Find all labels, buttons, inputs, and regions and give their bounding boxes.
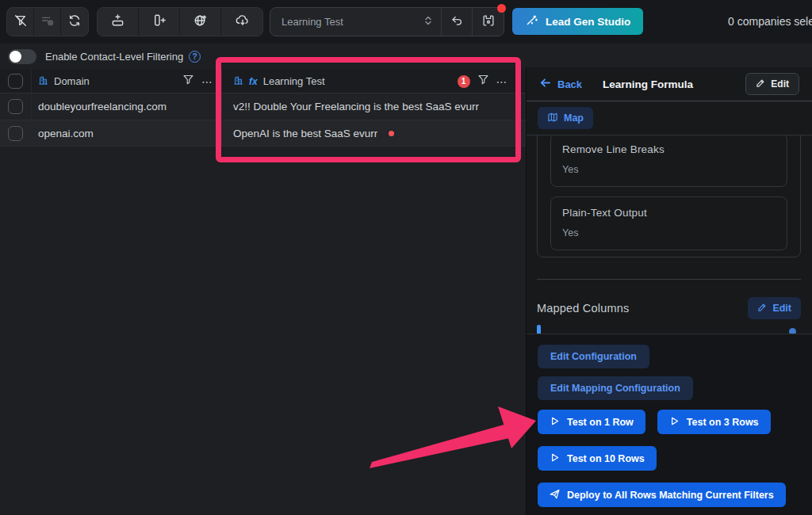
domain-cell[interactable]: doubleyourfreelancing.com [38, 101, 167, 113]
map-button[interactable]: Map [538, 107, 593, 129]
pencil-icon [757, 303, 767, 315]
clear-sort-button[interactable] [34, 8, 61, 36]
test-on-10-rows-button[interactable]: Test on 10 Rows [538, 446, 657, 471]
clear-filters-icon [13, 13, 28, 31]
test-on-3-rows-button[interactable]: Test on 3 Rows [657, 410, 771, 434]
setting-title: Remove Line Breaks [562, 143, 776, 155]
setting-title: Plain-Text Output [562, 207, 776, 219]
domain-column-header[interactable]: Domain ⋯ [32, 70, 222, 93]
building-icon [38, 74, 48, 89]
workflow-select[interactable]: Learning Test [270, 8, 442, 36]
cloud-download-button[interactable] [221, 8, 262, 36]
undo-icon [450, 13, 464, 31]
add-column-button[interactable] [139, 8, 180, 36]
edit-configuration-button[interactable]: Edit Configuration [538, 345, 649, 368]
refresh-icon [67, 13, 82, 31]
cell-error-dot [389, 131, 394, 136]
insert-button-group [97, 7, 263, 36]
unsaved-changes-dot [497, 4, 506, 13]
domain-cell[interactable]: openai.com [38, 128, 94, 139]
select-all-checkbox[interactable] [8, 74, 23, 89]
panel-scroll-content[interactable]: Remove Line Breaks Yes Plain-Text Output… [527, 135, 812, 334]
building-icon [233, 74, 243, 89]
test-on-1-row-button[interactable]: Test on 1 Row [538, 410, 645, 434]
back-button[interactable]: Back [539, 78, 582, 90]
more-options-icon[interactable]: ⋯ [496, 76, 508, 87]
domain-column-label: Domain [54, 75, 177, 87]
formula-fx-icon: fx [249, 76, 258, 87]
edit-label: Edit [771, 78, 789, 90]
error-count-badge[interactable]: 1 [458, 75, 470, 88]
top-toolbar: Learning Test Lead Gen Studio 0 companie… [0, 0, 812, 44]
deploy-label: Deploy to All Rows Matching Current Filt… [567, 490, 774, 501]
workflow-select-group: Learning Test [270, 7, 504, 36]
learning-test-column-header[interactable]: fx Learning Test 1 ⋯ | [222, 70, 526, 93]
map-icon [547, 112, 558, 125]
setting-card: Plain-Text Output Yes [550, 196, 787, 250]
add-row-button[interactable] [98, 8, 139, 36]
test-on-3-rows-label: Test on 3 Rows [687, 417, 759, 428]
play-icon [550, 416, 560, 429]
header-checkbox-cell [0, 70, 32, 93]
panel-header: Back Learning Formula Edit [527, 67, 812, 101]
edit-formula-button[interactable]: Edit [745, 73, 799, 95]
row-checkbox[interactable] [8, 126, 23, 141]
contact-filter-toggle[interactable] [8, 49, 36, 64]
cloud-download-icon [235, 13, 250, 31]
globe-upload-icon [193, 13, 208, 31]
clear-sort-icon [40, 13, 55, 31]
map-toolbar-row: Map [527, 101, 812, 135]
setting-card: Remove Line Breaks Yes [550, 135, 787, 187]
clear-filters-button[interactable] [7, 8, 34, 36]
formula-detail-panel: Back Learning Formula Edit Map Remove Li… [526, 67, 812, 515]
select-chevrons-icon [423, 15, 433, 29]
add-row-icon [110, 13, 125, 31]
row-checkbox-cell [0, 93, 32, 120]
toggle-knob [10, 51, 21, 63]
mapped-column-accent-bar [537, 325, 541, 334]
column-resize-handle[interactable]: | [515, 75, 518, 87]
refresh-button[interactable] [61, 8, 88, 36]
learning-test-cell[interactable]: v2!! Double Your Freelancing is the best… [233, 101, 479, 113]
filter-funnel-icon[interactable] [182, 74, 194, 89]
save-icon [481, 13, 496, 31]
mapped-column-item-clipped [537, 325, 801, 334]
test-on-10-rows-label: Test on 10 Rows [567, 453, 645, 464]
test-buttons-row: Test on 1 Row Test on 3 Rows [538, 410, 801, 434]
play-icon [669, 416, 680, 429]
undo-button[interactable] [442, 8, 473, 36]
formula-settings-group: Remove Line Breaks Yes Plain-Text Output… [537, 135, 801, 258]
section-divider [537, 279, 801, 280]
learning-test-cell[interactable]: OpenAI is the best SaaS evurr [233, 128, 377, 139]
test-on-1-row-label: Test on 1 Row [567, 417, 634, 428]
add-column-icon [151, 13, 167, 31]
setting-value: Yes [562, 164, 776, 175]
pencil-icon [756, 78, 765, 90]
table-row[interactable]: doubleyourfreelancing.com v2!! Double Yo… [0, 93, 526, 120]
globe-upload-button[interactable] [180, 8, 221, 36]
row-checkbox[interactable] [8, 99, 23, 114]
more-options-icon[interactable]: ⋯ [201, 76, 213, 87]
mapped-columns-heading: Mapped Columns [537, 302, 629, 315]
back-arrow-icon [539, 78, 551, 90]
contact-filter-bar: Enable Contact-Level Filtering ? [0, 44, 526, 70]
map-label: Map [564, 113, 584, 124]
panel-title: Learning Formula [603, 78, 693, 90]
play-icon [550, 452, 560, 465]
deploy-button[interactable]: Deploy to All Rows Matching Current Filt… [538, 483, 786, 507]
companies-table: Domain ⋯ fx Learning Test 1 ⋯ | doubleyo… [0, 70, 526, 147]
edit-mapped-columns-button[interactable]: Edit [748, 297, 801, 319]
help-icon[interactable]: ? [189, 51, 201, 63]
filter-funnel-icon[interactable] [477, 74, 489, 89]
filter-button-group [6, 7, 89, 36]
lead-gen-studio-button[interactable]: Lead Gen Studio [512, 8, 643, 35]
mapped-edit-label: Edit [772, 303, 791, 314]
table-row[interactable]: openai.com OpenAI is the best SaaS evurr [0, 120, 526, 147]
back-label: Back [557, 78, 582, 90]
edit-mapping-configuration-button[interactable]: Edit Mapping Configuration [538, 376, 693, 400]
contact-filter-label: Enable Contact-Level Filtering [45, 51, 183, 63]
mapped-columns-section: Mapped Columns Edit [537, 297, 801, 319]
lead-gen-studio-label: Lead Gen Studio [546, 16, 630, 28]
learning-test-column-label: Learning Test [263, 75, 452, 87]
setting-value: Yes [562, 227, 776, 238]
